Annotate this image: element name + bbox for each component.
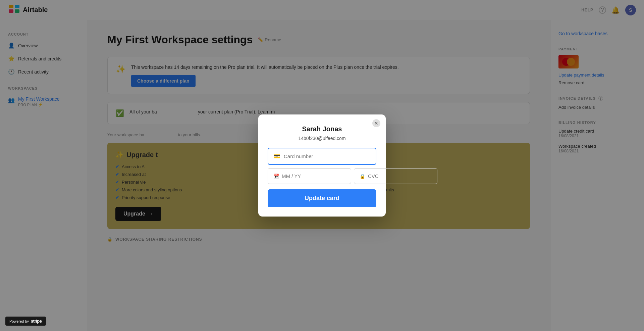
modal-close-button[interactable]: ✕ — [372, 119, 380, 127]
close-icon: ✕ — [374, 121, 378, 126]
expiry-icon: 📅 — [273, 174, 279, 179]
cvc-icon: 🔒 — [360, 174, 365, 179]
modal-user-name: Sarah Jonas — [268, 125, 376, 133]
card-icon: 💳 — [274, 153, 280, 159]
stripe-badge: Powered by stripe — [5, 317, 46, 326]
cvc-input[interactable] — [368, 173, 432, 179]
stripe-logo: stripe — [31, 319, 42, 324]
cvc-wrapper: 🔒 — [354, 168, 437, 184]
payment-modal: ✕ Sarah Jonas 14b0f230@uifeed.com 💳 📅 🔒 … — [258, 114, 386, 217]
modal-user-email: 14b0f230@uifeed.com — [268, 136, 376, 141]
card-number-wrapper: 💳 — [268, 148, 376, 165]
card-number-input[interactable] — [284, 153, 370, 159]
powered-by-label: Powered by — [9, 319, 29, 323]
update-card-button[interactable]: Update card — [268, 189, 376, 207]
card-secondary-row: 📅 🔒 — [268, 168, 376, 184]
expiry-wrapper: 📅 — [268, 168, 351, 184]
modal-overlay: ✕ Sarah Jonas 14b0f230@uifeed.com 💳 📅 🔒 … — [0, 0, 644, 331]
expiry-input[interactable] — [282, 173, 345, 179]
